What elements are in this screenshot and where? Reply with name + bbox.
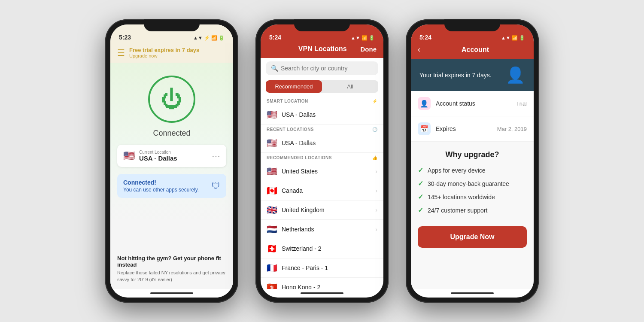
loc-name: Canada [282, 187, 375, 194]
phone2-title: VPN Locations [285, 45, 361, 53]
more-options-icon[interactable]: ⋯ [212, 151, 220, 161]
expires-item[interactable]: 📅 Expires Mar 2, 2019 [411, 116, 534, 142]
flag-icon: 🇨🇦 [267, 185, 277, 196]
benefit-item: ✓ 24/7 customer support [418, 206, 527, 214]
location-row[interactable]: 🇨🇭 Switzerland - 2 [261, 239, 383, 258]
account-status-value: Trial [516, 100, 527, 107]
benefit-text: 24/7 customer support [428, 207, 487, 214]
home-bar-1 [150, 292, 193, 294]
location-row[interactable]: 🇨🇦 Canada › [261, 181, 383, 200]
location-row[interactable]: 🇭🇰 Hong Kong - 2 [261, 278, 383, 289]
check-icon: ✓ [418, 179, 423, 188]
benefit-item: ✓ Apps for every device [418, 166, 527, 174]
smart-location-header: SMART LOCATION ⚡ [261, 96, 383, 105]
time-2: 5:24 [269, 34, 281, 41]
recent-flag: 🇺🇸 [267, 138, 277, 148]
flag-icon: 🇨🇭 [267, 243, 277, 254]
home-indicator-3 [411, 289, 534, 298]
check-icon: ✓ [418, 193, 423, 201]
chevron-icon: › [375, 226, 377, 233]
benefit-text: 30-day money-back guarantee [428, 180, 509, 187]
news-sub: Replace those failed NY resolutions and … [117, 270, 226, 283]
tab-recommended[interactable]: Recommended [266, 80, 322, 93]
location-row[interactable]: 🇳🇱 Netherlands › [261, 220, 383, 239]
flag-icon: 🇭🇰 [267, 282, 277, 289]
phone-2: 5:24 ▲▼ 📶 🔋 VPN Locations Done 🔍 Recomme… [255, 19, 389, 303]
search-input[interactable] [281, 65, 373, 72]
locations-list: SMART LOCATION ⚡ 🇺🇸 USA - Dallas RECENT … [261, 96, 383, 289]
back-icon[interactable]: ‹ [418, 45, 420, 54]
search-icon: 🔍 [271, 65, 278, 72]
smart-location-row[interactable]: 🇺🇸 USA - Dallas [261, 105, 383, 125]
status-icons-2: ▲▼ 📶 🔋 [351, 35, 375, 41]
upgrade-title: Why upgrade? [418, 150, 527, 159]
time-3: 5:24 [419, 34, 431, 41]
location-label: Current Location [139, 150, 212, 155]
loc-name: United States [282, 168, 375, 175]
home-bar-2 [301, 292, 343, 294]
thumbsup-icon: 👍 [372, 155, 378, 160]
phone-3: 5:24 ▲▼ 📶 🔋 ‹ Account Your trial expires… [406, 19, 539, 303]
expires-value: Mar 2, 2019 [497, 126, 527, 132]
smart-flag: 🇺🇸 [267, 109, 277, 120]
benefit-text: 145+ locations worldwide [428, 194, 495, 200]
flag-icon: 🇫🇷 [267, 263, 277, 273]
news-title: Not hitting the gym? Get your phone fit … [117, 255, 226, 268]
location-card[interactable]: 🇺🇸 Current Location USA - Dallas ⋯ [117, 145, 226, 167]
time-1: 5:23 [119, 34, 131, 41]
upgrade-link[interactable]: Upgrade now [129, 53, 199, 58]
location-name: USA - Dallas [139, 155, 212, 162]
account-status-item[interactable]: 👤 Account status Trial [411, 91, 534, 116]
news-section: Not hitting the gym? Get your phone fit … [110, 249, 233, 289]
smart-loc-name: USA - Dallas [282, 111, 377, 118]
trial-banner-1: ☰ Free trial expires in 7 days Upgrade n… [110, 43, 233, 63]
loc-name: Hong Kong - 2 [282, 284, 377, 289]
connected-banner-text: Connected! You can use other apps secure… [123, 179, 212, 193]
home-bar-3 [451, 292, 494, 294]
phone3-title: Account [424, 46, 527, 54]
account-status-label: Account status [436, 100, 516, 107]
trial-text: Free trial expires in 7 days [129, 47, 199, 53]
check-icon: ✓ [418, 166, 423, 174]
connected-banner: Connected! You can use other apps secure… [117, 174, 226, 198]
benefit-item: ✓ 30-day money-back guarantee [418, 179, 527, 188]
search-bar[interactable]: 🔍 [266, 61, 378, 75]
recent-location-row[interactable]: 🇺🇸 USA - Dallas [261, 134, 383, 153]
status-icons-1: ▲▼ ⚡ 📶 🔋 [193, 35, 225, 41]
location-row[interactable]: 🇬🇧 United Kingdom › [261, 200, 383, 220]
power-button[interactable]: ⏻ [148, 76, 195, 123]
upgrade-button[interactable]: Upgrade Now [418, 226, 527, 248]
recent-loc-name: USA - Dallas [282, 140, 377, 146]
account-icon: 👤 [418, 97, 431, 110]
connected-title: Connected! [123, 179, 212, 186]
benefit-item: ✓ 145+ locations worldwide [418, 193, 527, 201]
done-button[interactable]: Done [361, 46, 377, 53]
location-info: Current Location USA - Dallas [139, 150, 212, 162]
location-row[interactable]: 🇺🇸 United States › [261, 162, 383, 181]
trial-message: Your trial expires in 7 days. [419, 72, 492, 79]
power-icon: ⏻ [161, 88, 182, 110]
benefits-container: ✓ Apps for every device ✓ 30-day money-b… [418, 166, 527, 214]
calendar-icon: 📅 [418, 122, 431, 135]
us-flag: 🇺🇸 [123, 150, 135, 161]
menu-icon[interactable]: ☰ [117, 48, 125, 58]
phone3-header: ‹ Account [411, 43, 534, 59]
connected-label: Connected [153, 129, 190, 138]
notch-1 [144, 19, 200, 31]
loc-name: United Kingdom [282, 207, 375, 213]
account-hero: Your trial expires in 7 days. 👤 [411, 59, 534, 91]
phone2-header: VPN Locations Done [261, 43, 383, 58]
lightning-icon: ⚡ [372, 99, 378, 103]
connected-sub: You can use other apps securely. [123, 187, 212, 193]
flag-icon: 🇳🇱 [267, 224, 277, 234]
tab-all[interactable]: All [322, 80, 378, 93]
chevron-icon: › [375, 207, 377, 213]
home-indicator-1 [110, 289, 233, 298]
check-icon: ✓ [418, 206, 423, 214]
benefit-text: Apps for every device [428, 167, 486, 174]
location-row[interactable]: 🇫🇷 France - Paris - 1 [261, 258, 383, 278]
chevron-icon: › [375, 187, 377, 194]
loc-name: France - Paris - 1 [282, 264, 377, 271]
avatar-icon: 👤 [506, 66, 525, 84]
flag-icon: 🇺🇸 [267, 166, 277, 176]
